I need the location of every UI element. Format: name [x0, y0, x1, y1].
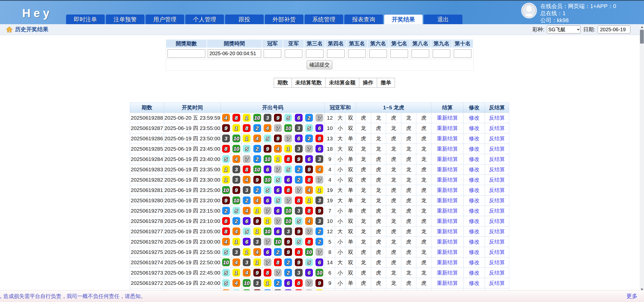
ball-9: 9 [222, 196, 230, 204]
nav-tab-1[interactable]: 注单预警 [106, 14, 145, 24]
resettle-link[interactable]: 重新结算 [437, 166, 458, 172]
ball-9: 9 [284, 248, 292, 256]
nav-tab-7[interactable]: 报表查询 [344, 14, 383, 24]
reverse-settle-link[interactable]: 反结算 [489, 218, 505, 224]
resettle-link[interactable]: 重新结算 [437, 208, 458, 214]
rank-input-9[interactable] [433, 49, 450, 58]
modify-link[interactable]: 修改 [469, 280, 479, 286]
resettle-link[interactable]: 重新结算 [437, 228, 458, 234]
ball-4: 4 [253, 248, 261, 256]
scroll-up-arrow-icon[interactable] [640, 25, 644, 29]
reverse-settle-link[interactable]: 反结算 [489, 166, 505, 172]
modify-link[interactable]: 修改 [469, 270, 479, 276]
rank-input-1[interactable] [264, 49, 281, 58]
ball-5: 5 [295, 217, 303, 225]
modify-link[interactable]: 修改 [469, 239, 479, 245]
nav-tab-6[interactable]: 系统管理 [304, 14, 343, 24]
parity-cell: 单 [345, 278, 356, 288]
resettle-link[interactable]: 重新结算 [437, 270, 458, 276]
period-input[interactable] [168, 49, 205, 58]
reverse-settle-link[interactable]: 反结算 [489, 136, 505, 141]
resettle-link[interactable]: 重新结算 [437, 187, 458, 193]
modify-link[interactable]: 修改 [469, 187, 479, 193]
ball-cell: 3 [242, 257, 252, 267]
sum-cell: 4 [325, 175, 335, 185]
reverse-settle-link[interactable]: 反结算 [489, 146, 505, 152]
reverse-settle-link[interactable]: 反结算 [489, 156, 505, 162]
ball-cell: 4 [242, 267, 252, 278]
modify-link[interactable]: 修改 [469, 197, 479, 203]
modify-link[interactable]: 修改 [469, 136, 479, 141]
vertical-scrollbar[interactable] [640, 25, 644, 292]
rank-input-7[interactable] [390, 49, 408, 58]
rank-input-3[interactable] [306, 49, 324, 58]
ball-6: 6 [264, 248, 271, 256]
modify-link[interactable]: 修改 [469, 115, 479, 121]
nav-tab-4[interactable]: 跟投 [225, 14, 264, 24]
resettle-link[interactable]: 重新结算 [437, 156, 458, 162]
nav-tab-9[interactable]: 退出 [424, 14, 463, 24]
ball-cell: 9 [252, 216, 262, 226]
nav-tab-2[interactable]: 用户管理 [145, 14, 184, 24]
rank-input-10[interactable] [454, 49, 471, 58]
modify-link[interactable]: 修改 [469, 156, 479, 162]
resettle-link[interactable]: 重新结算 [437, 218, 458, 224]
ball-3: 3 [295, 124, 303, 132]
modify-link[interactable]: 修改 [469, 208, 479, 214]
draw-time-input[interactable] [208, 49, 261, 58]
reverse-settle-link[interactable]: 反结算 [489, 208, 505, 214]
resettle-link[interactable]: 重新结算 [437, 280, 458, 286]
draw-time-cell: 2025-06-19 四 23:45:00 [164, 144, 221, 154]
nav-tab-5[interactable]: 外部补货 [265, 14, 304, 24]
modify-link[interactable]: 修改 [469, 228, 479, 234]
modify-link[interactable]: 修改 [469, 218, 479, 224]
reverse-settle-link[interactable]: 反结算 [489, 270, 505, 276]
nav-tab-0[interactable]: 即时注单 [66, 14, 105, 24]
nav-tab-8[interactable]: 开奖结果 [384, 14, 423, 24]
scrollbar-thumb[interactable] [640, 30, 644, 44]
reverse-settle-link[interactable]: 反结算 [489, 249, 505, 255]
resettle-link[interactable]: 重新结算 [437, 249, 458, 255]
reverse-settle-link[interactable]: 反结算 [489, 239, 505, 245]
reverse-settle-link[interactable]: 反结算 [489, 125, 505, 131]
reverse-settle-link[interactable]: 反结算 [489, 228, 505, 234]
lottery-type-select[interactable]: SG飞艇 [547, 25, 581, 33]
resettle-link[interactable]: 重新结算 [437, 125, 458, 131]
modify-link[interactable]: 修改 [469, 259, 479, 265]
ball-cell: 7 [304, 226, 314, 237]
nav-tab-3[interactable]: 个人管理 [185, 14, 224, 24]
resettle-link[interactable]: 重新结算 [437, 197, 458, 203]
dragon-tiger-cell: 虎 [371, 288, 386, 290]
ball-cell: 10 [252, 164, 262, 175]
resettle-link[interactable]: 重新结算 [437, 146, 458, 152]
reverse-settle-link[interactable]: 反结算 [489, 259, 505, 265]
entry-form-header: 第九名 [431, 39, 452, 48]
reverse-settle-link[interactable]: 反结算 [489, 177, 505, 183]
resettle-link[interactable]: 重新结算 [437, 239, 458, 245]
reverse-settle-link[interactable]: 反结算 [489, 280, 505, 286]
reverse-settle-link[interactable]: 反结算 [489, 187, 505, 193]
resettle-link[interactable]: 重新结算 [437, 115, 458, 121]
reverse-settle-link[interactable]: 反结算 [489, 197, 505, 203]
modify-link[interactable]: 修改 [469, 146, 479, 152]
modify-link[interactable]: 修改 [469, 177, 479, 183]
resettle-link[interactable]: 重新结算 [437, 177, 458, 183]
rank-input-4[interactable] [327, 49, 345, 58]
draw-time-cell: 2025-06-19 四 23:00:00 [164, 237, 221, 247]
dragon-tiger-cell: 龙 [416, 154, 431, 164]
dragon-tiger-cell: 虎 [401, 206, 416, 216]
date-input[interactable] [598, 25, 630, 33]
more-link[interactable]: 更多 [626, 292, 637, 300]
reverse-settle-link[interactable]: 反结算 [489, 115, 505, 121]
rank-input-5[interactable] [348, 49, 366, 58]
rank-input-8[interactable] [412, 49, 429, 58]
confirm-submit-button[interactable]: 確認提交 [307, 60, 332, 69]
modify-link[interactable]: 修改 [469, 249, 479, 255]
ball-cell: 3 [273, 288, 283, 290]
rank-input-2[interactable] [285, 49, 302, 58]
modify-link[interactable]: 修改 [469, 166, 479, 172]
rank-input-6[interactable] [369, 49, 387, 58]
resettle-link[interactable]: 重新结算 [437, 136, 458, 141]
modify-link[interactable]: 修改 [469, 125, 479, 131]
resettle-link[interactable]: 重新结算 [437, 259, 458, 265]
